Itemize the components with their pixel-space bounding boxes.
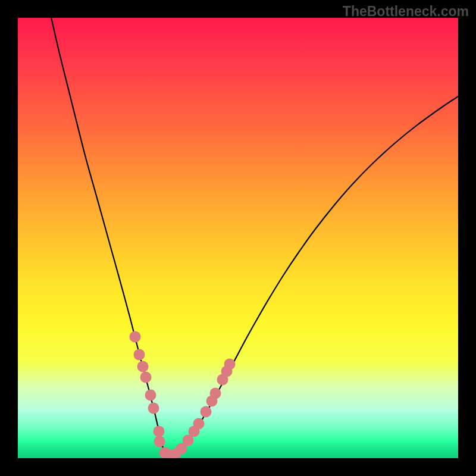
scatter-dot	[224, 359, 236, 370]
watermark-text: TheBottleneck.com	[343, 4, 469, 20]
scatter-dot	[140, 372, 152, 383]
scatter-dot	[193, 418, 205, 430]
scatter-dot	[148, 403, 159, 414]
scatter-dot	[154, 426, 165, 437]
scatter-dot	[145, 390, 156, 401]
scatter-dot	[134, 349, 145, 361]
scatter-dot	[210, 388, 221, 399]
plot-area	[18, 18, 458, 458]
scatter-dots-layer	[18, 18, 458, 458]
scatter-dot	[201, 406, 212, 418]
scatter-dot	[154, 436, 165, 447]
scatter-dot	[137, 361, 149, 372]
scatter-dot	[130, 331, 141, 343]
outer-frame: TheBottleneck.com	[0, 0, 476, 476]
